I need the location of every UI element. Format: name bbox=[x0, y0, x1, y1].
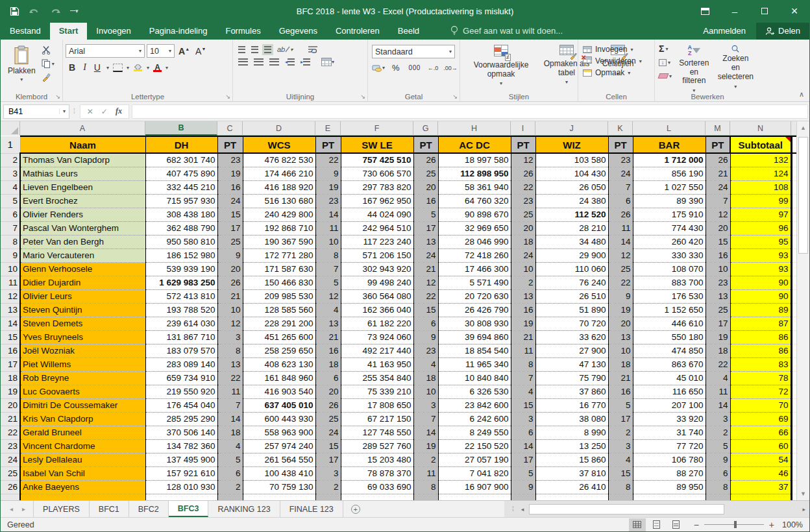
formula-input[interactable] bbox=[132, 104, 808, 119]
cell-name[interactable]: Joël Wozniak bbox=[20, 344, 145, 357]
cell-value[interactable]: 12 bbox=[706, 208, 730, 221]
accounting-format-button[interactable]: ▾ bbox=[372, 64, 385, 72]
row-number-23[interactable]: 23 bbox=[1, 439, 20, 453]
cell-value[interactable]: 863 670 bbox=[633, 357, 706, 371]
cell-value[interactable]: 5 bbox=[217, 453, 243, 466]
number-format-select[interactable]: Standaard▾ bbox=[372, 45, 455, 58]
cell-value[interactable]: 11 965 340 bbox=[438, 357, 511, 371]
cell-value[interactable]: 34 480 bbox=[535, 235, 608, 248]
cell-value[interactable]: 131 867 710 bbox=[145, 330, 217, 344]
cell-subtotal[interactable]: 87 bbox=[730, 317, 791, 330]
cell-value[interactable]: 21 bbox=[511, 330, 535, 344]
cell-value[interactable]: 22 bbox=[608, 276, 633, 289]
decrease-decimal-button[interactable]: .00→ bbox=[443, 65, 458, 71]
cell-value[interactable]: 10 bbox=[608, 344, 633, 357]
cell-value[interactable]: 24 bbox=[706, 180, 730, 194]
cell-subtotal[interactable]: 54 bbox=[730, 453, 791, 466]
zoom-in-button[interactable]: + bbox=[769, 520, 774, 530]
cell-value[interactable]: 4 bbox=[413, 357, 438, 371]
cell-value[interactable]: 192 868 710 bbox=[243, 221, 315, 235]
insert-function-icon[interactable]: fx bbox=[116, 106, 122, 116]
cell-name[interactable]: Mario Vercauteren bbox=[20, 248, 145, 262]
cell-value[interactable]: 8 bbox=[511, 357, 535, 371]
cell-name[interactable]: Steven Demets bbox=[20, 317, 145, 330]
cell-value[interactable]: 6 bbox=[608, 194, 633, 208]
cell-value[interactable]: 283 089 140 bbox=[145, 357, 217, 371]
ribbon-tab-pagina-indeling[interactable]: Pagina-indeling bbox=[140, 23, 217, 40]
cell-value[interactable]: 167 962 950 bbox=[341, 194, 413, 208]
cell-value[interactable]: 24 bbox=[315, 426, 341, 439]
underline-dropdown-icon[interactable]: ▾ bbox=[106, 65, 109, 71]
format-cells-button[interactable]: Opmaak▾ bbox=[581, 67, 652, 79]
cell-name[interactable]: Evert Brochez bbox=[20, 194, 145, 208]
cell-value[interactable]: 261 564 550 bbox=[243, 453, 315, 466]
cell-value[interactable]: 258 259 650 bbox=[243, 344, 315, 357]
cell-name[interactable]: Lesly Dellaleau bbox=[20, 453, 145, 466]
cell-value[interactable]: 25 bbox=[706, 303, 730, 317]
cell-subtotal[interactable]: 86 bbox=[730, 330, 791, 344]
header-naam[interactable]: Naam bbox=[20, 136, 145, 153]
cell-value[interactable]: 134 782 360 bbox=[145, 439, 217, 453]
align-middle-button[interactable] bbox=[251, 46, 258, 53]
cell-value[interactable]: 22 bbox=[315, 153, 341, 167]
ribbon-tab-beeld[interactable]: Beeld bbox=[389, 23, 428, 40]
cell-name[interactable]: Anke Baeyens bbox=[20, 480, 145, 494]
cell-value[interactable]: 7 bbox=[608, 180, 633, 194]
cell-value[interactable]: 161 848 960 bbox=[243, 371, 315, 385]
cell-name[interactable]: Pascal Van Wonterghem bbox=[20, 221, 145, 235]
cell-value[interactable]: 19 bbox=[217, 167, 243, 180]
cell-value[interactable]: 22 bbox=[511, 180, 535, 194]
cell-value[interactable]: 19 bbox=[608, 303, 633, 317]
column-header-K[interactable]: K bbox=[608, 121, 633, 136]
row-number-12[interactable]: 12 bbox=[1, 289, 20, 303]
cell-value[interactable]: 8 bbox=[608, 480, 633, 494]
row-number-16[interactable]: 16 bbox=[1, 344, 20, 357]
cell-value[interactable]: 26 410 bbox=[535, 480, 608, 494]
cell-value[interactable]: 24 bbox=[511, 248, 535, 262]
cell-value[interactable]: 75 790 bbox=[535, 371, 608, 385]
borders-icon[interactable] bbox=[113, 64, 123, 72]
cell-value[interactable]: 17 bbox=[413, 221, 438, 235]
cell-value[interactable]: 297 783 820 bbox=[341, 180, 413, 194]
cell-name[interactable]: Lieven Engelbeen bbox=[20, 180, 145, 194]
cell-value[interactable]: 112 898 950 bbox=[438, 167, 511, 180]
cell-value[interactable]: 17 808 650 bbox=[341, 398, 413, 412]
cell-value[interactable]: 75 339 210 bbox=[341, 385, 413, 398]
column-header-F[interactable]: F bbox=[341, 121, 413, 136]
minimize-button[interactable]: – bbox=[720, 1, 750, 21]
cell-value[interactable]: 13 250 bbox=[535, 439, 608, 453]
cell-value[interactable]: 757 425 510 bbox=[341, 153, 413, 167]
cell-value[interactable]: 16 bbox=[413, 194, 438, 208]
cell-value[interactable]: 370 506 140 bbox=[145, 426, 217, 439]
cell-value[interactable]: 16 bbox=[511, 303, 535, 317]
sort-filter-button[interactable]: AZ Sorteren en filteren ▾ bbox=[674, 42, 714, 91]
cell-subtotal[interactable]: 60 bbox=[730, 439, 791, 453]
cell-value[interactable]: 11 bbox=[217, 385, 243, 398]
cell-value[interactable]: 45 010 bbox=[633, 371, 706, 385]
cell-value[interactable]: 4 bbox=[315, 303, 341, 317]
sheet-tab-players[interactable]: PLAYERS bbox=[33, 501, 90, 517]
cell-value[interactable]: 14 bbox=[706, 398, 730, 412]
cell-value[interactable]: 19 bbox=[413, 439, 438, 453]
cell-value[interactable]: 44 024 090 bbox=[341, 208, 413, 221]
cell-value[interactable]: 89 390 bbox=[633, 194, 706, 208]
header-wiz-8[interactable]: WIZ bbox=[535, 136, 608, 153]
cell-value[interactable]: 33 920 bbox=[633, 412, 706, 426]
cell-subtotal[interactable]: 89 bbox=[730, 303, 791, 317]
cell-value[interactable]: 3 bbox=[608, 439, 633, 453]
cell-value[interactable]: 23 bbox=[706, 276, 730, 289]
ribbon-tab-gegevens[interactable]: Gegevens bbox=[270, 23, 326, 40]
cell-value[interactable]: 7 bbox=[413, 412, 438, 426]
row-number-22[interactable]: 22 bbox=[1, 426, 20, 439]
cell-value[interactable]: 20 bbox=[706, 221, 730, 235]
enter-formula-icon[interactable]: ✓ bbox=[101, 107, 108, 116]
cell-value[interactable]: 21 bbox=[706, 167, 730, 180]
cell-value[interactable]: 883 700 bbox=[633, 276, 706, 289]
cell-value[interactable]: 12 bbox=[511, 153, 535, 167]
cell-subtotal[interactable]: 90 bbox=[730, 276, 791, 289]
paste-button[interactable]: Plakken ▾ bbox=[3, 42, 40, 85]
cell-value[interactable]: 38 080 bbox=[535, 412, 608, 426]
column-header-I[interactable]: I bbox=[511, 121, 535, 136]
cell-value[interactable]: 407 475 890 bbox=[145, 167, 217, 180]
cell-value[interactable]: 116 650 bbox=[633, 385, 706, 398]
